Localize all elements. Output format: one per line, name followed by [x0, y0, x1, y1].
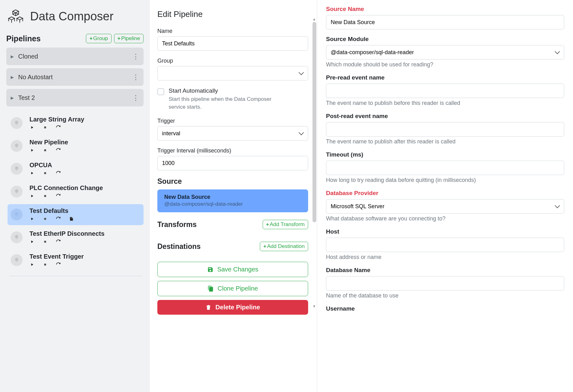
play-icon[interactable]	[29, 148, 34, 153]
add-group-button[interactable]: +Group	[86, 34, 111, 43]
status-indicator-icon	[11, 117, 23, 129]
source-card[interactable]: New Data Source @data-composer/sql-data-…	[157, 189, 308, 212]
svg-rect-16	[44, 195, 46, 197]
stop-icon[interactable]	[43, 171, 48, 176]
status-indicator-icon	[11, 231, 23, 243]
status-indicator-icon	[11, 209, 23, 220]
trigger-select[interactable]: interval	[157, 126, 308, 141]
db-provider-select[interactable]: Microsoft SQL Server	[326, 199, 564, 214]
pipeline-name: Test EtherIP Disconnects	[29, 230, 142, 237]
pipeline-item[interactable]: OPCUA	[8, 158, 144, 179]
pipeline-item[interactable]: PLC Connection Change	[8, 181, 144, 202]
autostart-label: Start Automatically	[169, 87, 288, 94]
play-icon[interactable]	[29, 239, 34, 244]
host-label: Host	[326, 228, 564, 235]
pipeline-item[interactable]: Test EtherIP Disconnects	[8, 227, 144, 248]
play-icon[interactable]	[29, 125, 34, 130]
pipeline-item[interactable]: Test Event Trigger	[8, 250, 144, 271]
file-icon[interactable]	[69, 216, 74, 221]
clone-button[interactable]: Clone Pipeline	[157, 281, 308, 296]
add-destination-button[interactable]: +Add Destination	[260, 242, 308, 251]
play-icon[interactable]	[29, 193, 34, 199]
source-name-label: Source Name	[326, 6, 564, 13]
group-select[interactable]	[157, 66, 308, 80]
name-input[interactable]	[157, 36, 308, 51]
autostart-checkbox[interactable]	[157, 88, 164, 95]
source-name-input[interactable]	[326, 15, 564, 29]
pipeline-item[interactable]: New Pipeline	[8, 136, 144, 157]
delete-button[interactable]: Delete Pipeline	[157, 300, 308, 315]
status-indicator-icon	[11, 140, 23, 152]
save-icon	[207, 266, 213, 273]
stop-icon[interactable]	[43, 193, 48, 199]
refresh-icon[interactable]	[56, 262, 61, 267]
refresh-icon[interactable]	[56, 125, 61, 130]
refresh-icon[interactable]	[56, 171, 61, 176]
group-row[interactable]: ▶Test 2⋮	[6, 89, 144, 106]
source-module-help: Which module should be used for reading?	[326, 61, 564, 68]
play-icon[interactable]	[29, 171, 34, 176]
add-destination-label: Add Destination	[267, 243, 305, 250]
source-card-name: New Data Source	[164, 194, 301, 200]
refresh-icon[interactable]	[56, 148, 61, 153]
stop-icon[interactable]	[43, 239, 48, 244]
pipeline-item[interactable]: Large String Array	[8, 113, 144, 134]
pipeline-name: New Pipeline	[29, 139, 142, 146]
play-icon[interactable]	[29, 216, 34, 221]
svg-rect-13	[44, 126, 46, 128]
scroll-up-icon[interactable]: ▲	[313, 17, 316, 21]
brand-title: Data Composer	[30, 10, 113, 23]
trigger-label: Trigger	[157, 118, 308, 124]
group-row[interactable]: ▶No Autostart⋮	[6, 68, 144, 86]
refresh-icon[interactable]	[56, 239, 61, 244]
add-pipeline-button[interactable]: +Pipeline	[114, 34, 144, 43]
pipeline-item[interactable]: Test Defaults	[8, 204, 144, 225]
status-indicator-icon	[11, 163, 23, 175]
plus-icon: +	[266, 221, 269, 228]
post-read-label: Post-read event name	[326, 113, 564, 120]
source-module-label: Source Module	[326, 36, 564, 43]
refresh-icon[interactable]	[56, 216, 61, 221]
pipeline-name: Test Event Trigger	[29, 253, 142, 260]
kebab-menu-icon[interactable]: ⋮	[132, 55, 139, 58]
post-read-input[interactable]	[326, 122, 564, 137]
group-name: Cloned	[18, 53, 38, 60]
scroll-down-icon[interactable]: ▼	[313, 304, 316, 308]
stop-icon[interactable]	[43, 125, 48, 130]
pre-read-input[interactable]	[326, 84, 564, 98]
stop-icon[interactable]	[43, 262, 48, 267]
stop-icon[interactable]	[43, 216, 48, 221]
host-help: Host address or name	[326, 254, 564, 260]
kebab-menu-icon[interactable]: ⋮	[132, 96, 139, 100]
status-indicator-icon	[11, 254, 23, 266]
svg-rect-15	[44, 172, 46, 174]
db-name-help: Name of the database to use	[326, 292, 564, 299]
db-name-input[interactable]	[326, 276, 564, 291]
source-section-title: Source	[157, 177, 308, 186]
trash-icon	[205, 304, 212, 311]
caret-right-icon: ▶	[11, 75, 14, 80]
stop-icon[interactable]	[43, 148, 48, 153]
clone-icon	[208, 286, 214, 292]
pre-read-help: The event name to publish before this re…	[326, 100, 564, 106]
trigger-interval-input[interactable]	[157, 156, 308, 170]
db-provider-label: Database Provider	[326, 190, 564, 197]
kebab-menu-icon[interactable]: ⋮	[132, 75, 139, 79]
play-icon[interactable]	[29, 262, 34, 267]
add-transform-button[interactable]: +Add Transform	[263, 220, 308, 229]
save-label: Save Changes	[217, 266, 258, 273]
timeout-help: How long to try reading data before quit…	[326, 177, 564, 183]
trigger-interval-label: Trigger Interval (milliseconds)	[157, 147, 308, 154]
plus-icon: +	[263, 243, 266, 250]
post-read-help: The event name to publish after this rea…	[326, 138, 564, 145]
timeout-input[interactable]	[326, 161, 564, 175]
host-input[interactable]	[326, 238, 564, 252]
group-name: No Autostart	[18, 74, 53, 81]
svg-marker-5	[9, 17, 15, 20]
add-pipeline-label: Pipeline	[121, 35, 140, 42]
save-button[interactable]: Save Changes	[157, 262, 308, 277]
group-row[interactable]: ▶Cloned⋮	[6, 48, 144, 65]
refresh-icon[interactable]	[56, 193, 61, 199]
plus-icon: +	[89, 35, 92, 42]
source-module-select[interactable]: @data-composer/sql-data-reader	[326, 45, 564, 59]
